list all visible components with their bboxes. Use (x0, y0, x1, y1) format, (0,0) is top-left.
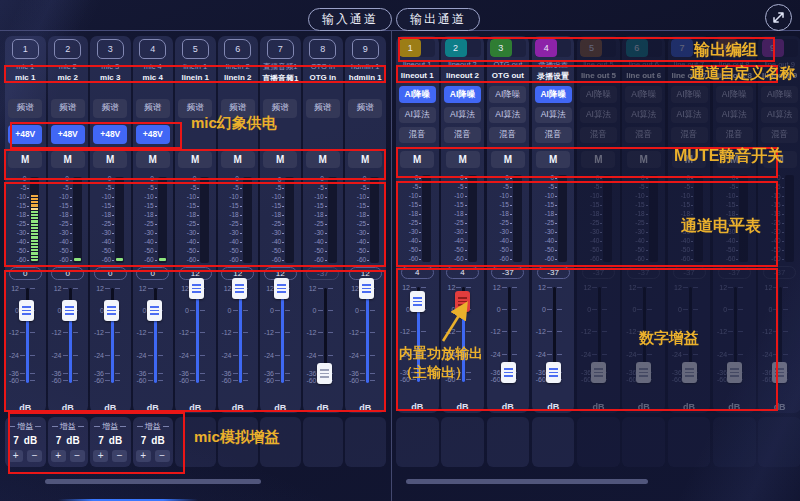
mute-button[interactable]: M (221, 151, 255, 168)
fader-handle-out4[interactable] (546, 362, 561, 383)
ai-denoise-button[interactable]: AI降噪 (535, 86, 572, 103)
spectrum-button[interactable]: 频谱 (221, 99, 255, 118)
output-group-chip[interactable]: 7 (671, 39, 707, 57)
fader-handle-out1[interactable] (410, 291, 425, 312)
fader-handle-in1[interactable] (19, 300, 34, 321)
fader-handle-in3[interactable] (104, 300, 119, 321)
mix-button[interactable]: 混音 (716, 127, 753, 143)
ai-denoise-button[interactable]: AI降噪 (444, 86, 481, 103)
mix-button[interactable]: 混音 (761, 127, 798, 143)
ai-denoise-button[interactable]: AI降噪 (580, 86, 617, 103)
mix-button[interactable]: 混音 (535, 127, 572, 143)
fader-handle-out7[interactable] (682, 362, 697, 383)
channel-custom-name[interactable]: OTG out (492, 71, 524, 81)
phantom-power-button[interactable]: +48V (8, 125, 42, 144)
output-panel-scrollbar[interactable] (406, 479, 648, 484)
ai-denoise-button[interactable]: AI降噪 (489, 86, 526, 103)
channel-custom-name[interactable]: lineout 2 (446, 71, 479, 81)
mute-button[interactable]: M (491, 151, 525, 168)
mix-button[interactable]: 混音 (671, 127, 708, 143)
ai-denoise-button[interactable]: AI降噪 (671, 86, 708, 103)
channel-custom-name[interactable]: mic 2 (58, 73, 78, 83)
fader-handle-in7[interactable] (274, 278, 289, 299)
gain-decrease-button[interactable]: − (70, 450, 85, 462)
mute-button[interactable]: M (400, 151, 434, 168)
ai-algorithm-button[interactable]: AI算法 (761, 107, 798, 123)
mute-button[interactable]: M (536, 151, 570, 168)
ai-denoise-button[interactable]: AI降噪 (716, 86, 753, 103)
fader-handle-in5[interactable] (189, 278, 204, 299)
mute-button[interactable]: M (8, 151, 42, 168)
ai-denoise-button[interactable]: AI降噪 (625, 86, 662, 103)
mix-button[interactable]: 混音 (580, 127, 617, 143)
mute-button[interactable]: M (446, 151, 480, 168)
fader-handle-in6[interactable] (232, 278, 247, 299)
phantom-power-button[interactable]: +48V (93, 125, 127, 144)
output-group-chip[interactable]: 6 (626, 39, 662, 57)
ai-algorithm-button[interactable]: AI算法 (535, 107, 572, 123)
gain-increase-button[interactable]: + (8, 450, 23, 462)
tab-output-channels[interactable]: 输出通道 (396, 8, 480, 31)
ai-algorithm-button[interactable]: AI算法 (625, 107, 662, 123)
spectrum-button[interactable]: 频谱 (263, 99, 297, 118)
gain-increase-button[interactable]: + (93, 450, 108, 462)
output-group-chip[interactable]: 5 (580, 39, 616, 57)
mix-button[interactable]: 混音 (489, 127, 526, 143)
gain-decrease-button[interactable]: − (155, 450, 170, 462)
ai-denoise-button[interactable]: AI降噪 (399, 86, 436, 103)
fader-handle-out5[interactable] (591, 362, 606, 383)
mix-button[interactable]: 混音 (444, 127, 481, 143)
fader-handle-in8[interactable] (317, 363, 332, 384)
gain-increase-button[interactable]: + (136, 450, 151, 462)
channel-custom-name[interactable]: mic 4 (143, 73, 163, 83)
fader-handle-in2[interactable] (62, 300, 77, 321)
fader-handle-in9[interactable] (359, 278, 374, 299)
mute-button[interactable]: M (672, 151, 706, 168)
channel-custom-name[interactable]: OTG in (309, 73, 336, 83)
mute-button[interactable]: M (717, 151, 751, 168)
ai-algorithm-button[interactable]: AI算法 (489, 107, 526, 123)
channel-custom-name[interactable]: mic 1 (15, 73, 35, 83)
mute-button[interactable]: M (306, 151, 340, 168)
fader-handle-out2[interactable] (455, 291, 470, 312)
channel-custom-name[interactable]: mic 3 (100, 73, 120, 83)
mix-button[interactable]: 混音 (399, 127, 436, 143)
mute-button[interactable]: M (136, 151, 170, 168)
ai-denoise-button[interactable]: AI降噪 (761, 86, 798, 103)
output-group-chip[interactable]: 1 (399, 39, 435, 57)
ai-algorithm-button[interactable]: AI算法 (399, 107, 436, 123)
mute-button[interactable]: M (627, 151, 661, 168)
mute-button[interactable]: M (763, 151, 797, 168)
spectrum-button[interactable]: 频谱 (51, 99, 85, 118)
channel-custom-name[interactable]: line out 7 (671, 71, 706, 81)
output-group-chip[interactable]: 4 (535, 39, 571, 57)
channel-custom-name[interactable]: 录播设置 (537, 71, 569, 81)
gain-decrease-button[interactable]: − (27, 450, 42, 462)
tab-input-channels[interactable]: 输入通道 (308, 8, 392, 31)
mute-button[interactable]: M (263, 151, 297, 168)
channel-custom-name[interactable]: line out 9 (762, 71, 797, 81)
expand-button[interactable] (765, 4, 792, 31)
ai-algorithm-button[interactable]: AI算法 (444, 107, 481, 123)
gain-increase-button[interactable]: + (51, 450, 66, 462)
fader-handle-out8[interactable] (727, 362, 742, 383)
output-group-chip[interactable]: 8 (716, 39, 752, 57)
input-panel-scrollbar[interactable] (45, 479, 261, 484)
channel-custom-name[interactable]: line out 6 (626, 71, 661, 81)
output-group-chip[interactable]: 3 (490, 39, 526, 57)
mute-button[interactable]: M (581, 151, 615, 168)
channel-custom-name[interactable]: linein 2 (224, 73, 252, 83)
output-group-chip[interactable]: 9 (762, 39, 798, 57)
phantom-power-button[interactable]: +48V (136, 125, 170, 144)
mute-button[interactable]: M (93, 151, 127, 168)
spectrum-button[interactable]: 频谱 (348, 99, 382, 118)
mix-button[interactable]: 混音 (625, 127, 662, 143)
channel-custom-name[interactable]: line out 8 (717, 71, 752, 81)
ai-algorithm-button[interactable]: AI算法 (671, 107, 708, 123)
spectrum-button[interactable]: 频谱 (136, 99, 170, 118)
fader-handle-in4[interactable] (147, 300, 162, 321)
phantom-power-button[interactable]: +48V (51, 125, 85, 144)
spectrum-button[interactable]: 频谱 (306, 99, 340, 118)
spectrum-button[interactable]: 频谱 (178, 99, 212, 118)
channel-custom-name[interactable]: line out 5 (581, 71, 616, 81)
